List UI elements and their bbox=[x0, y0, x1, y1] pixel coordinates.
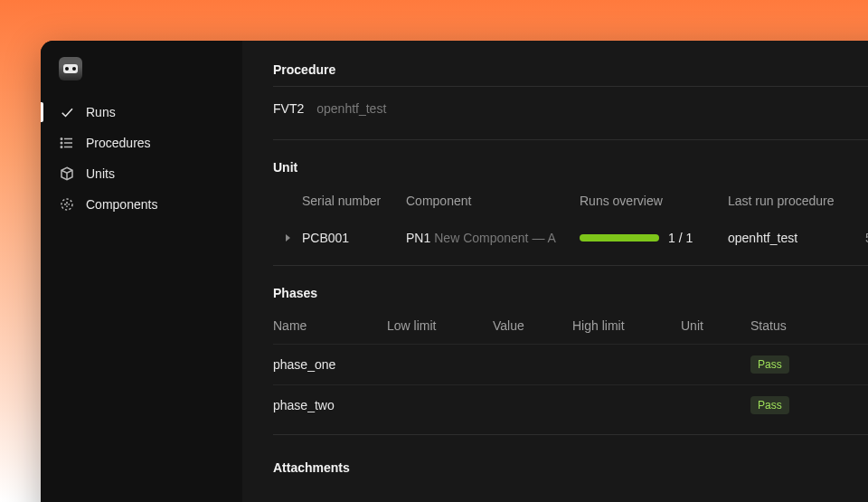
unit-runs: 1 / 1 bbox=[580, 230, 728, 245]
col-header-name: Name bbox=[273, 318, 387, 333]
svg-point-4 bbox=[61, 142, 62, 144]
phase-table-header: Name Low limit Value High limit Unit Sta… bbox=[273, 306, 868, 344]
attachments-heading: Attachments bbox=[273, 460, 868, 475]
sidebar-item-units[interactable]: Units bbox=[41, 158, 242, 189]
list-icon bbox=[59, 135, 75, 151]
divider bbox=[273, 434, 868, 435]
svg-point-7 bbox=[61, 199, 72, 210]
col-header-last: Last run procedure bbox=[728, 194, 865, 208]
procedure-name: openhtf_test bbox=[316, 101, 386, 116]
svg-point-5 bbox=[61, 147, 62, 148]
procedure-row: FVT2 openhtf_test bbox=[273, 87, 868, 130]
app-window: Runs Procedures Units Components Procedu… bbox=[41, 41, 868, 502]
procedure-heading: Procedure bbox=[273, 62, 868, 77]
sidebar: Runs Procedures Units Components bbox=[41, 41, 242, 502]
component-name: New Component — A bbox=[434, 231, 556, 245]
unit-table-row[interactable]: PCB001 PN1New Component — A 1 / 1 openht… bbox=[273, 219, 868, 256]
main-content: Procedure FVT2 openhtf_test Unit Serial … bbox=[242, 41, 868, 502]
sidebar-item-procedures[interactable]: Procedures bbox=[41, 128, 242, 158]
app-logo bbox=[59, 57, 82, 81]
phase-table-row[interactable]: phase_one Pass bbox=[273, 344, 868, 384]
component-code: PN1 bbox=[406, 231, 430, 245]
sidebar-item-runs[interactable]: Runs bbox=[41, 97, 242, 128]
svg-point-3 bbox=[61, 138, 62, 140]
divider bbox=[273, 265, 868, 266]
status-badge-pass: Pass bbox=[750, 396, 789, 414]
phase-table-row[interactable]: phase_two Pass bbox=[273, 384, 868, 425]
sidebar-item-label: Components bbox=[86, 197, 157, 212]
divider bbox=[273, 139, 868, 140]
unit-heading: Unit bbox=[273, 160, 868, 175]
col-header-low: Low limit bbox=[387, 318, 493, 333]
crosshair-icon bbox=[59, 196, 75, 213]
runs-progress-bar bbox=[580, 234, 659, 242]
check-icon bbox=[59, 104, 75, 120]
chevron-right-icon[interactable] bbox=[286, 234, 290, 242]
col-header-status: Status bbox=[750, 318, 841, 333]
sidebar-item-label: Units bbox=[86, 166, 115, 181]
sidebar-item-components[interactable]: Components bbox=[41, 189, 242, 220]
phase-name: phase_two bbox=[273, 398, 387, 412]
unit-serial: PCB001 bbox=[302, 231, 406, 245]
col-header-high: High limit bbox=[572, 318, 681, 333]
sidebar-item-label: Runs bbox=[86, 105, 116, 119]
phases-heading: Phases bbox=[273, 286, 868, 300]
unit-table-header: Serial number Component Runs overview La… bbox=[273, 180, 868, 219]
col-header-value: Value bbox=[493, 318, 572, 333]
phase-status: Pass bbox=[750, 396, 841, 414]
unit-last-procedure: openhtf_test bbox=[728, 231, 865, 245]
box-icon bbox=[59, 166, 75, 182]
unit-component: PN1New Component — A bbox=[406, 231, 580, 245]
col-header-unit: Unit bbox=[681, 318, 750, 333]
status-badge-pass: Pass bbox=[750, 355, 789, 374]
procedure-code: FVT2 bbox=[273, 101, 304, 116]
phase-table: Name Low limit Value High limit Unit Sta… bbox=[273, 306, 868, 425]
col-header-serial: Serial number bbox=[302, 194, 406, 208]
phase-status: Pass bbox=[750, 355, 841, 374]
runs-count: 1 / 1 bbox=[668, 231, 693, 245]
unit-table: Serial number Component Runs overview La… bbox=[273, 180, 868, 256]
col-header-component: Component bbox=[406, 194, 580, 208]
sidebar-item-label: Procedures bbox=[86, 136, 151, 150]
col-header-runs: Runs overview bbox=[580, 194, 728, 208]
phase-name: phase_one bbox=[273, 357, 387, 372]
